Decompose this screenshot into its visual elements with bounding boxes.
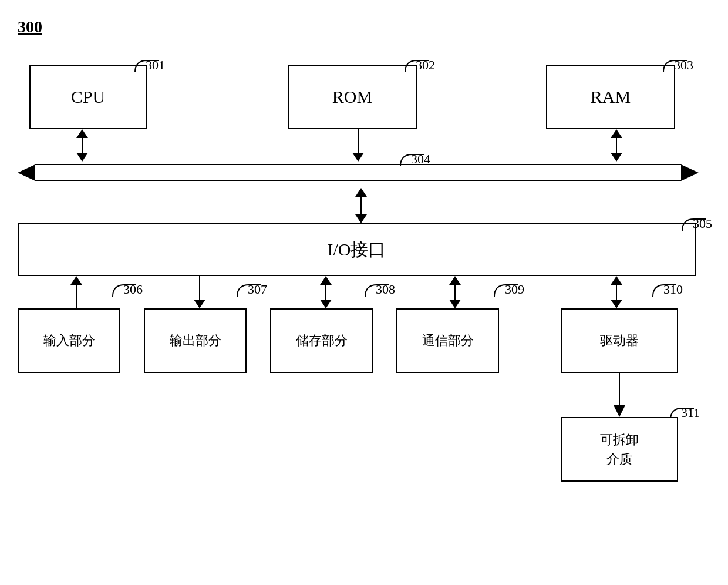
bracket-308 — [362, 282, 392, 300]
arrow-input-io — [68, 276, 85, 308]
svg-marker-0 — [76, 129, 88, 138]
removable-box: 可拆卸 介质 — [561, 417, 678, 482]
figure-label: 300 — [18, 18, 42, 36]
svg-marker-18 — [194, 300, 205, 308]
bracket-305 — [679, 216, 709, 234]
arrow-storage-io — [317, 276, 335, 308]
svg-marker-11 — [681, 164, 699, 181]
bus-arrow — [18, 159, 699, 188]
svg-marker-29 — [614, 405, 625, 417]
diagram: 300 CPU 301 ROM 302 RAM 303 — [18, 18, 710, 576]
bracket-310 — [650, 282, 679, 300]
arrow-rom-bus — [349, 129, 367, 162]
svg-marker-14 — [355, 214, 367, 223]
svg-marker-10 — [18, 164, 35, 181]
arrow-bus-io — [352, 188, 370, 223]
driver-box: 驱动器 — [561, 308, 678, 373]
bracket-306 — [110, 282, 139, 300]
input-box: 输入部分 — [18, 308, 120, 373]
arrow-comm-io — [446, 276, 464, 308]
storage-box: 储存部分 — [270, 308, 373, 373]
io-box: I/O接口 — [18, 223, 696, 276]
arrow-ram-bus — [608, 129, 625, 162]
arrow-cpu-bus — [73, 129, 91, 162]
bracket-302 — [402, 58, 432, 75]
bracket-301 — [132, 58, 161, 75]
arrow-driver-io — [608, 276, 625, 308]
bracket-309 — [491, 282, 521, 300]
ram-box: RAM — [546, 65, 675, 129]
cpu-box: CPU — [29, 65, 147, 129]
svg-marker-25 — [611, 276, 622, 285]
arrow-io-output — [191, 276, 208, 308]
comm-box: 通信部分 — [396, 308, 499, 373]
svg-marker-24 — [449, 300, 461, 308]
bracket-303 — [660, 58, 690, 75]
output-box: 输出部分 — [144, 308, 247, 373]
svg-marker-16 — [70, 276, 82, 285]
svg-marker-27 — [611, 300, 622, 308]
bracket-307 — [234, 282, 264, 300]
svg-marker-19 — [320, 276, 332, 285]
svg-marker-22 — [449, 276, 461, 285]
arrow-driver-removable — [611, 373, 628, 417]
rom-box: ROM — [288, 65, 417, 129]
svg-marker-5 — [611, 129, 622, 138]
svg-marker-12 — [355, 188, 367, 197]
svg-marker-21 — [320, 300, 332, 308]
